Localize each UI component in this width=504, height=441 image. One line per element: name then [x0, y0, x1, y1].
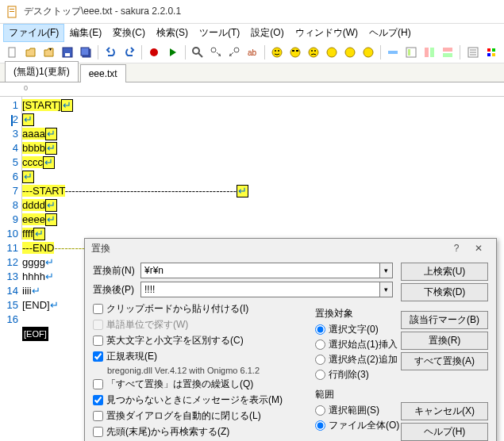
svg-point-15: [272, 48, 282, 57]
radio-selrange[interactable]: 選択範囲(S): [315, 404, 410, 417]
line-num: 16: [0, 313, 18, 327]
line-gutter: 1 2 3 4 5 6 7 8 9 10 11 12 13 14 15 16: [0, 97, 22, 240]
radio-linedel[interactable]: 行削除(3): [315, 368, 410, 382]
open-file-icon[interactable]: [23, 44, 40, 61]
line-num: 12: [0, 255, 18, 270]
face5-icon[interactable]: [341, 44, 358, 61]
search-prev-icon[interactable]: [225, 44, 242, 61]
toolbar-separator: [185, 45, 186, 59]
search-up-button[interactable]: 上検索(U): [401, 263, 488, 281]
new-file-icon[interactable]: [5, 44, 21, 61]
title-bar: デスクトップ\eee.txt - sakura 2.2.0.1: [0, 0, 504, 24]
svg-rect-19: [292, 50, 294, 52]
before-label: 置換前(N): [93, 264, 140, 278]
face1-icon[interactable]: [269, 44, 286, 61]
macro-rec-icon[interactable]: [146, 44, 163, 61]
svg-rect-40: [487, 53, 491, 56]
radio-selchar[interactable]: 選択文字(0): [315, 323, 410, 336]
line-num: 1: [0, 98, 18, 113]
close-icon[interactable]: ✕: [467, 240, 490, 256]
menu-bar: ファイル(F) 編集(E) 変換(C) 検索(S) ツール(T) 設定(O) ウ…: [0, 24, 504, 41]
toolbar: ▾ ab: [0, 41, 504, 63]
menu-file[interactable]: ファイル(F): [3, 24, 64, 42]
after-label: 置換後(P): [93, 283, 140, 297]
menu-tools[interactable]: ツール(T): [194, 24, 245, 42]
tool-d-icon[interactable]: [440, 44, 456, 61]
face4-icon[interactable]: [324, 44, 340, 61]
cancel-button[interactable]: キャンセル(X): [401, 402, 488, 420]
macro-play-icon[interactable]: [164, 44, 181, 61]
after-input[interactable]: [140, 282, 380, 297]
svg-rect-39: [492, 48, 495, 52]
replace-all-button[interactable]: すべて置換(A): [401, 352, 488, 370]
help-icon[interactable]: ?: [445, 240, 467, 256]
search-icon[interactable]: [190, 44, 206, 61]
svg-rect-20: [296, 50, 298, 52]
save-all-icon[interactable]: [77, 44, 94, 61]
svg-rect-27: [388, 51, 398, 54]
face3-icon[interactable]: [306, 44, 322, 61]
redo-icon[interactable]: [121, 44, 137, 61]
svg-rect-8: [81, 48, 89, 56]
editor-content[interactable]: [START]↵ ↵ aaaa↵ bbbb↵ cccc↵ ↵ ---START-…: [22, 97, 504, 240]
tab-eee[interactable]: eee.txt: [80, 64, 126, 82]
radio-selend[interactable]: 選択終点(2)追加: [315, 353, 410, 366]
menu-convert[interactable]: 変換(C): [107, 24, 151, 42]
replace-icon[interactable]: ab: [244, 44, 260, 61]
search-down-button[interactable]: 下検索(D): [401, 283, 488, 301]
svg-point-22: [311, 50, 313, 52]
toolbar-separator: [460, 45, 460, 59]
line-num: 15: [0, 298, 18, 313]
history-icon[interactable]: ▾: [41, 44, 58, 61]
svg-point-9: [150, 48, 158, 56]
replace-button[interactable]: 置換(R): [401, 332, 488, 350]
tab-untitled[interactable]: (無題)1(更新): [5, 61, 79, 82]
color-icon[interactable]: [483, 44, 499, 61]
ruler: 0: [0, 82, 504, 97]
text-line: ---START--------------------------------…: [22, 184, 504, 198]
search-next-icon[interactable]: [207, 44, 224, 61]
svg-point-13: [234, 48, 239, 52]
mark-button[interactable]: 該当行マーク(B): [401, 311, 488, 329]
radio-selstart[interactable]: 選択始点(1)挿入: [315, 338, 410, 351]
line-num: 10: [0, 227, 18, 241]
replace-dialog: 置換 ? ✕ 置換前(N) ▾ 置換後(P) ▾ クリップボードから貼り付ける(…: [84, 238, 497, 441]
svg-point-24: [327, 48, 337, 57]
line-num: 2: [13, 113, 18, 125]
menu-edit[interactable]: 編集(E): [64, 24, 107, 42]
menu-settings[interactable]: 設定(O): [245, 24, 289, 42]
tool-b-icon[interactable]: [403, 44, 420, 61]
before-input[interactable]: [140, 263, 380, 278]
tool-a-icon[interactable]: [385, 44, 402, 61]
svg-rect-31: [430, 48, 434, 57]
line-num: 7: [0, 184, 18, 198]
line-num: 9: [0, 213, 18, 227]
tool-c-icon[interactable]: [421, 44, 438, 61]
svg-rect-28: [406, 48, 416, 57]
menu-window[interactable]: ウィンドウ(W): [290, 24, 364, 42]
line-num: 14: [0, 284, 18, 298]
save-icon[interactable]: [60, 44, 76, 61]
svg-rect-38: [487, 48, 491, 52]
face2-icon[interactable]: [287, 44, 304, 61]
face6-icon[interactable]: [360, 44, 376, 61]
svg-rect-1: [10, 9, 14, 10]
after-dropdown-icon[interactable]: ▾: [380, 282, 393, 297]
svg-rect-30: [425, 48, 429, 57]
menu-help[interactable]: ヘルプ(H): [364, 24, 417, 42]
editor-area[interactable]: 1 2 3 4 5 6 7 8 9 10 11 12 13 14 15 16 […: [0, 97, 504, 240]
text-line: ↵: [22, 113, 504, 127]
window-title: デスクトップ\eee.txt - sakura 2.2.0.1: [24, 5, 181, 18]
dialog-title: 置換: [91, 242, 110, 255]
settings-icon[interactable]: [464, 44, 481, 61]
menu-search[interactable]: 検索(S): [151, 24, 194, 42]
text-line: cccc↵: [22, 155, 504, 170]
radio-wholefile[interactable]: ファイル全体(O): [315, 419, 410, 432]
dialog-titlebar[interactable]: 置換 ? ✕: [85, 239, 496, 258]
before-dropdown-icon[interactable]: ▾: [380, 263, 393, 278]
line-num: 4: [0, 141, 18, 155]
ruler-mark: 0: [24, 84, 28, 92]
undo-icon[interactable]: [102, 44, 119, 61]
svg-point-12: [211, 48, 216, 52]
help-button[interactable]: ヘルプ(H): [401, 423, 488, 441]
